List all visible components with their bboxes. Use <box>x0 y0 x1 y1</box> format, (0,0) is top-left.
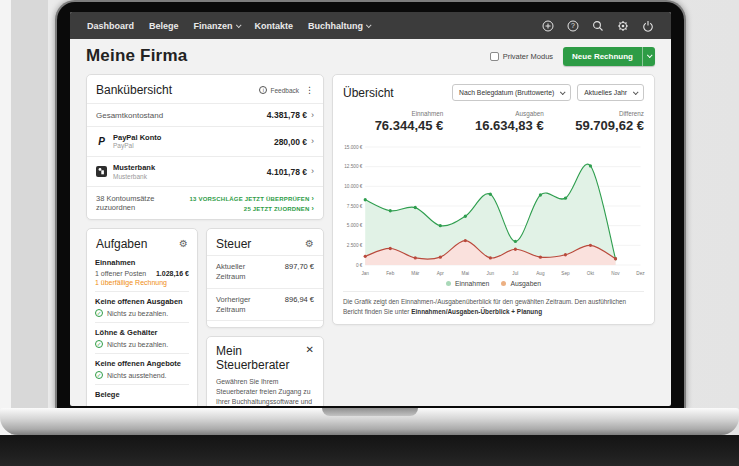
bank-account-row-paypal[interactable]: P PayPal Konto PayPal 280,00 € › <box>87 126 323 156</box>
power-icon[interactable] <box>642 20 654 32</box>
paypal-icon: P <box>96 136 107 147</box>
chart-legend: Einnahmen Ausgaben <box>333 278 654 291</box>
account-name: PayPal Konto <box>113 133 161 142</box>
gear-icon[interactable] <box>617 20 629 32</box>
help-icon[interactable]: ? <box>567 20 579 32</box>
tax-title: Steuer <box>216 237 251 251</box>
svg-text:Okt: Okt <box>587 271 595 276</box>
svg-text:Mai: Mai <box>462 271 470 276</box>
chevron-right-icon: › <box>311 195 314 202</box>
task-status: Nichts ausstehend. <box>107 372 167 379</box>
stat-expenses: Ausgaben 16.634,83 € <box>443 110 543 133</box>
chevron-down-icon <box>560 89 566 95</box>
chevron-down-icon <box>633 89 639 95</box>
assign-now-link[interactable]: 25 JETZT ZUORDNEN › <box>190 205 314 212</box>
bank-overview-card: Bankübersicht i Feedback ⋮ <box>86 74 324 220</box>
search-icon[interactable] <box>592 20 604 32</box>
tax-card: Steuer ⚙ Aktueller Zeitraum 897,70 € Vor… <box>206 228 324 328</box>
new-invoice-dropdown-button[interactable] <box>642 47 655 66</box>
tasks-settings-icon[interactable]: ⚙ <box>179 239 188 249</box>
nav-label: Kontakte <box>255 21 294 31</box>
overview-title: Übersicht <box>343 86 394 100</box>
bank-overview-title: Bankübersicht <box>96 83 172 97</box>
account-value: 4.101,78 € <box>267 167 307 177</box>
new-invoice-button[interactable]: Neue Rechnung <box>563 47 642 66</box>
svg-text:12.500 €: 12.500 € <box>344 164 362 169</box>
feedback-link[interactable]: i Feedback <box>259 86 299 94</box>
nav-item-dashboard[interactable]: Dashboard <box>87 21 134 31</box>
desk-shadow <box>0 435 739 466</box>
bank-account-row-musterbank[interactable]: Musterbank Musterbank 4.101,78 € › <box>87 156 323 186</box>
private-mode-toggle[interactable]: Privater Modus <box>490 52 553 61</box>
app-window: Dashboard Belege Finanzen Kontakte Buchh… <box>70 12 671 406</box>
nav-item-kontakte[interactable]: Kontakte <box>255 21 294 31</box>
nav-label: Belege <box>149 21 179 31</box>
stat-value: 16.634,83 € <box>443 118 543 133</box>
open-item-label: 1 offener Posten <box>95 270 146 277</box>
svg-text:5.000 €: 5.000 € <box>347 223 363 228</box>
nav-item-buchhaltung[interactable]: Buchhaltung <box>308 21 370 31</box>
nav-item-belege[interactable]: Belege <box>149 21 179 31</box>
stat-income: Einnahmen 76.344,45 € <box>343 110 443 133</box>
stat-label: Ausgaben <box>443 110 543 117</box>
stat-label: Differenz <box>544 110 644 117</box>
feedback-label: Feedback <box>270 87 299 94</box>
check-icon: ✓ <box>95 371 103 379</box>
nav-item-finanzen[interactable]: Finanzen <box>194 21 240 31</box>
chevron-down-icon <box>647 52 653 58</box>
laptop-mockup: Dashboard Belege Finanzen Kontakte Buchh… <box>0 0 739 466</box>
overdue-invoice-link[interactable]: 1 überfällige Rechnung <box>95 279 189 286</box>
top-navbar: Dashboard Belege Finanzen Kontakte Buchh… <box>70 12 671 39</box>
nav-label: Finanzen <box>194 21 233 31</box>
tax-previous-row[interactable]: Vorheriger Zeitraum 896,94 € <box>207 288 323 322</box>
svg-text:Aug: Aug <box>536 271 545 276</box>
tax-previous-value: 896,94 € <box>285 295 314 304</box>
task-heading: Keine offenen Angebote <box>95 359 189 368</box>
bank-total-value: 4.381,78 € <box>267 110 307 120</box>
svg-text:10.000 €: 10.000 € <box>344 184 362 189</box>
legend-item-income: Einnahmen <box>446 280 489 287</box>
task-heading: Keine offenen Ausgaben <box>95 297 189 306</box>
task-section-receipts: Belege <box>95 384 189 406</box>
check-icon: ✓ <box>95 309 103 317</box>
svg-text:Mär: Mär <box>411 271 419 276</box>
bank-assign-row: 38 Kontoumsätze zuzuordnen 13 VORSCHLÄGE… <box>87 186 323 219</box>
account-subtitle: Musterbank <box>113 173 155 181</box>
bank-total-label: Gesamtkontostand <box>96 111 163 120</box>
tax-settings-icon[interactable]: ⚙ <box>305 239 314 249</box>
private-mode-checkbox[interactable] <box>490 52 499 61</box>
overview-footer: Die Grafik zeigt den Einnahmen-/Ausgaben… <box>343 291 644 324</box>
svg-text:Sep: Sep <box>561 271 570 276</box>
account-value: 280,00 € <box>274 137 307 147</box>
tax-current-row[interactable]: Aktueller Zeitraum 897,70 € <box>207 255 323 288</box>
review-suggestions-link[interactable]: 13 VORSCHLÄGE JETZT ÜBERPRÜFEN › <box>190 195 314 202</box>
account-name: Musterbank <box>113 163 155 172</box>
laptop-bezel: Dashboard Belege Finanzen Kontakte Buchh… <box>55 0 686 410</box>
tax-current-label: Aktueller Zeitraum <box>216 262 266 282</box>
stat-value: 59.709,62 € <box>544 118 644 133</box>
task-heading: Einnahmen <box>95 258 189 267</box>
close-icon[interactable]: ✕ <box>306 345 314 355</box>
income-expense-chart: 0 €2.500 €5.000 €7.500 €10.000 €12.500 €… <box>339 141 648 278</box>
bank-total-row[interactable]: Gesamtkontostand 4.381,78 € › <box>87 103 323 126</box>
open-item-row[interactable]: 1 offener Posten 1.028,16 € <box>95 270 189 277</box>
kebab-menu-icon[interactable]: ⋮ <box>305 86 314 95</box>
date-filter-select[interactable]: Nach Belegdatum (Bruttowerte) <box>452 84 571 101</box>
new-invoice-split-button[interactable]: Neue Rechnung <box>563 47 655 66</box>
plus-circle-icon[interactable] <box>542 20 554 32</box>
svg-text:Nov: Nov <box>611 271 620 276</box>
task-section-wages: Löhne & Gehälter ✓Nichts zu bezahlen. <box>95 322 189 353</box>
open-item-value: 1.028,16 € <box>156 270 189 277</box>
task-status: Nichts zu bezahlen. <box>107 341 168 348</box>
year-filter-select[interactable]: Aktuelles Jahr <box>577 84 644 101</box>
advisor-title: Mein Steuerberater <box>216 345 296 373</box>
stat-difference: Differenz 59.709,62 € <box>544 110 644 133</box>
tax-advisor-card: Mein Steuerberater ✕ Gewähren Sie Ihrem … <box>206 336 324 406</box>
task-heading: Löhne & Gehälter <box>95 328 189 337</box>
account-subtitle: PayPal <box>113 142 161 150</box>
footer-report-link[interactable]: Einnahmen/Ausgaben-Überblick + Planung <box>411 308 542 315</box>
overview-card: Übersicht Nach Belegdatum (Bruttowerte) … <box>332 74 655 325</box>
link-label: 25 JETZT ZUORDNEN <box>244 206 310 212</box>
feedback-icon: i <box>259 86 267 94</box>
assign-label: 38 Kontoumsätze zuzuordnen <box>96 194 182 212</box>
